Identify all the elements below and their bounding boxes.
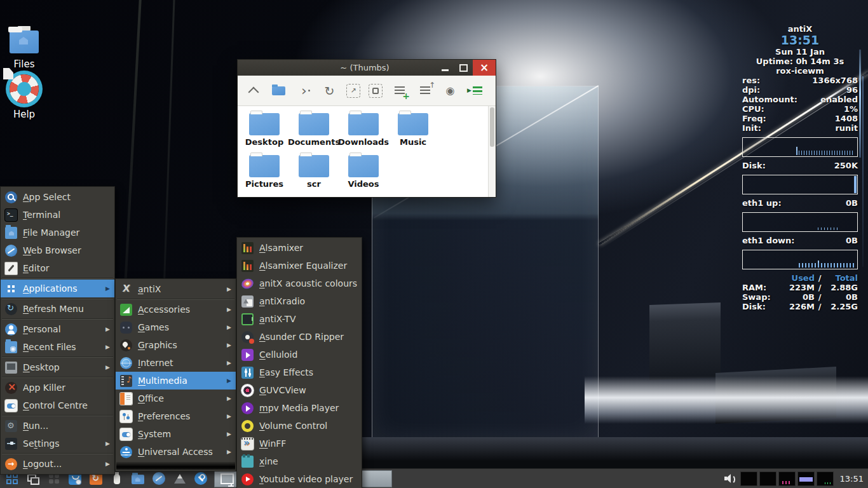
menu-item-games[interactable]: Games▶ bbox=[116, 318, 236, 336]
menu-item-celluloid[interactable]: Celluloid bbox=[237, 346, 362, 363]
menu-item-graphics[interactable]: Graphics▶ bbox=[116, 336, 236, 354]
menu-item-easy-effects[interactable]: Easy Effects bbox=[237, 363, 362, 381]
conky-usage-swap: Swap:0B/0B bbox=[742, 292, 858, 302]
stat-label: Automount: bbox=[742, 95, 797, 104]
menu-item-asunder-cd-ripper[interactable]: Asunder CD Ripper bbox=[237, 328, 362, 346]
menu-item-recent-files[interactable]: Recent Files▶ bbox=[1, 338, 114, 356]
menu-item-system[interactable]: System▶ bbox=[116, 425, 236, 443]
launcher-file-manager-button[interactable] bbox=[128, 470, 147, 487]
stat-value: 1% bbox=[844, 104, 858, 114]
stat-value: 868x488 bbox=[812, 76, 858, 85]
conky-usage-rows: RAM:223M/2.88GSwap:0B/0BDisk:226M/2.25G bbox=[742, 283, 858, 311]
folder-item-documents[interactable]: Documents bbox=[289, 109, 339, 151]
settings-icon bbox=[5, 438, 17, 450]
menu-item-alsamixer-equalizer[interactable]: Alsamixer Equalizer bbox=[237, 257, 362, 274]
control-centre-icon bbox=[5, 400, 17, 412]
menu-item-multimedia[interactable]: Multimedia▶ bbox=[116, 372, 236, 390]
menu-item-file-manager[interactable]: File Manager bbox=[1, 224, 114, 241]
volume-icon[interactable] bbox=[723, 472, 737, 485]
window-titlebar[interactable]: ~ (Thumbs) bbox=[238, 60, 496, 76]
menu-item-label: Youtube video player bbox=[259, 474, 357, 484]
toolbar-menu-button[interactable] bbox=[467, 82, 484, 99]
menu-item-editor[interactable]: Editor bbox=[1, 259, 114, 277]
window-task-icon bbox=[220, 473, 234, 484]
menu-item-antix[interactable]: antiX▶ bbox=[116, 280, 236, 298]
menu-item-personal[interactable]: Personal▶ bbox=[1, 320, 114, 338]
monitor-load[interactable] bbox=[759, 471, 776, 486]
folder-item-videos[interactable]: Videos bbox=[339, 151, 388, 193]
toolbar-add-details-button[interactable] bbox=[391, 82, 408, 99]
menu-item-desktop[interactable]: Desktop▶ bbox=[1, 358, 114, 376]
menu-item-mpv-media-player[interactable]: mpv Media Player bbox=[237, 399, 362, 417]
menu-item-terminal[interactable]: Terminal bbox=[1, 206, 114, 224]
menu-item-xine[interactable]: xine bbox=[237, 452, 362, 470]
desktop-icon-files[interactable]: Files bbox=[1, 25, 47, 70]
menu-separator bbox=[2, 356, 113, 358]
folder-item-scr[interactable]: scr bbox=[289, 151, 339, 193]
menu-item-office[interactable]: Office▶ bbox=[116, 390, 236, 407]
conky-system-monitor: antiX 13:51 Sun 11 Jan Uptime: 0h 14m 3s… bbox=[742, 24, 858, 311]
monitor-cpu[interactable] bbox=[740, 471, 757, 486]
monitor-network[interactable] bbox=[817, 471, 834, 486]
menu-item-app-killer[interactable]: App Killer bbox=[1, 379, 114, 396]
conky-usage-header: Used / Total bbox=[742, 273, 858, 283]
minimize-button[interactable] bbox=[436, 60, 454, 76]
conky-eth-down: eth1 down: 0B bbox=[742, 236, 858, 245]
menu-item-logout[interactable]: Logout...▶ bbox=[1, 455, 114, 473]
menu-item-guvcview[interactable]: GUVCView bbox=[237, 381, 362, 399]
eth-up-label: eth1 up: bbox=[742, 198, 782, 208]
toolbar-sort-button[interactable] bbox=[416, 82, 433, 99]
menu-item-alsamixer[interactable]: Alsamixer bbox=[237, 239, 362, 257]
menu-item-applications[interactable]: Applications▶ bbox=[1, 280, 114, 297]
menu-item-label: Logout... bbox=[23, 459, 100, 469]
monitor-memory[interactable] bbox=[797, 471, 815, 486]
guvcview-icon bbox=[241, 384, 254, 396]
launcher-system-tools-button[interactable] bbox=[191, 470, 210, 487]
menu-item-antix-tv[interactable]: antiX-TV bbox=[237, 310, 362, 328]
menu-item-run[interactable]: Run... bbox=[1, 417, 114, 435]
antix-icon bbox=[120, 283, 132, 295]
celluloid-icon bbox=[241, 349, 254, 361]
folder-icon bbox=[249, 155, 280, 177]
menu-item-preferences[interactable]: Preferences▶ bbox=[116, 407, 236, 425]
menu-item-universal-access[interactable]: Universal Access▶ bbox=[116, 443, 236, 461]
menu-item-web-browser[interactable]: Web Browser bbox=[1, 241, 114, 259]
toolbar-autosize-button[interactable] bbox=[346, 84, 360, 98]
menu-item-volume-control[interactable]: Volume Control bbox=[237, 417, 362, 435]
folder-item-pictures[interactable]: Pictures bbox=[240, 151, 289, 193]
launcher-image-viewer-button[interactable] bbox=[170, 470, 189, 487]
vertical-scrollbar[interactable] bbox=[488, 106, 496, 197]
folder-item-desktop[interactable]: Desktop bbox=[240, 109, 289, 151]
conky-stat-res: res:868x488 bbox=[742, 76, 858, 85]
menu-item-antixradio[interactable]: antiXradio bbox=[237, 292, 362, 310]
maximize-button[interactable] bbox=[454, 60, 473, 76]
menu-separator bbox=[2, 318, 113, 320]
menu-item-settings[interactable]: Settings▶ bbox=[1, 435, 114, 452]
window-title: ~ (Thumbs) bbox=[238, 60, 436, 76]
menu-item-winff[interactable]: WinFF bbox=[237, 435, 362, 452]
folder-item-downloads[interactable]: Downloads bbox=[339, 109, 388, 151]
close-button[interactable] bbox=[473, 60, 496, 76]
folder-item-music[interactable]: Music bbox=[388, 109, 438, 151]
toolbar-up-button[interactable] bbox=[245, 82, 262, 99]
monitor-io[interactable] bbox=[778, 471, 796, 486]
toolbar-home-button[interactable] bbox=[270, 82, 287, 99]
menu-item-label: App Killer bbox=[23, 383, 110, 393]
menu-item-internet[interactable]: Internet▶ bbox=[116, 354, 236, 372]
menu-item-anitx-acoustic-colours[interactable]: anitX acoustic colours bbox=[237, 274, 362, 292]
menu-item-refresh-menu[interactable]: Refresh Menu bbox=[1, 300, 114, 318]
menu-item-label: WinFF bbox=[259, 438, 357, 449]
menu-separator bbox=[2, 453, 113, 454]
menu-item-youtube-video-player[interactable]: Youtube video player bbox=[237, 470, 362, 488]
universal-access-icon bbox=[120, 446, 132, 458]
toolbar-center-button[interactable] bbox=[369, 84, 383, 98]
toolbar-show-hidden-button[interactable] bbox=[442, 82, 459, 99]
desktop-icon-help[interactable]: Help bbox=[1, 72, 47, 120]
launcher-web-browser-button[interactable] bbox=[149, 470, 168, 487]
menu-item-label: File Manager bbox=[23, 227, 110, 238]
toolbar-bookmarks-button[interactable] bbox=[295, 82, 313, 99]
toolbar-rescan-button[interactable] bbox=[321, 82, 338, 99]
menu-item-accessories[interactable]: Accessories▶ bbox=[116, 301, 236, 318]
menu-item-app-select[interactable]: App Select bbox=[1, 188, 114, 206]
menu-item-control-centre[interactable]: Control Centre bbox=[1, 396, 114, 414]
